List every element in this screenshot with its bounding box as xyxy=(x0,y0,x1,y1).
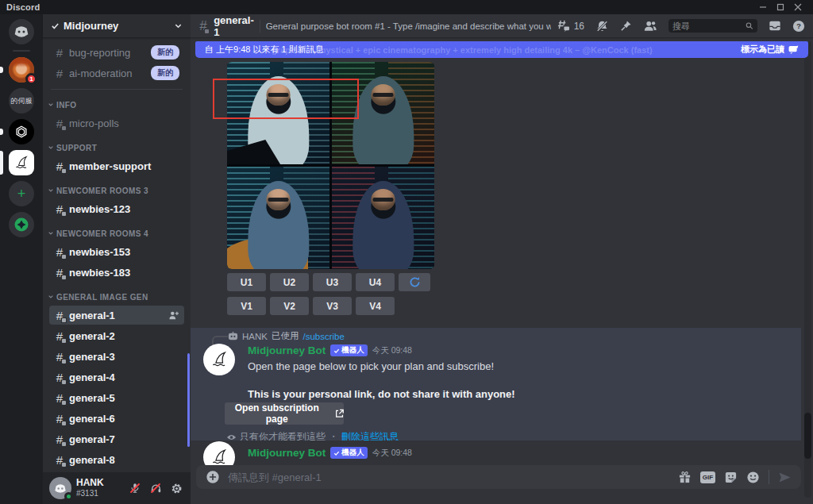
composer-toolbar: GIF xyxy=(678,470,792,484)
message-line-bold: This is your personal link, do not share… xyxy=(248,388,515,400)
channel-general-3[interactable]: # general-3 xyxy=(49,347,184,366)
channel-newbies-153[interactable]: # newbies-153 xyxy=(49,242,184,261)
channel-bug-reporting[interactable]: # bug-reporting 新的 xyxy=(49,43,184,62)
sticker-icon[interactable] xyxy=(724,471,738,484)
unread-pill xyxy=(0,67,3,73)
hash-icon: # xyxy=(54,246,65,258)
bot-command-icon xyxy=(228,331,238,341)
pinned-messages-icon[interactable] xyxy=(620,20,632,32)
user-avatar[interactable] xyxy=(49,477,71,499)
gif-picker-button[interactable]: GIF xyxy=(700,471,715,483)
section-general-image-gen[interactable]: GENERAL IMAGE GEN xyxy=(48,291,184,302)
notifications-muted-icon[interactable] xyxy=(595,20,609,33)
user-bar: HANK #3131 xyxy=(43,472,191,504)
channel-general-6[interactable]: # general-6 xyxy=(49,409,184,428)
author-name[interactable]: Midjourney Bot xyxy=(248,447,326,459)
u3-button[interactable]: U3 xyxy=(313,273,352,291)
mark-as-read-button[interactable]: 標示為已讀 xyxy=(741,44,799,56)
bot-badge: 機器人 xyxy=(330,344,368,356)
author-name[interactable]: Midjourney Bot xyxy=(248,344,326,356)
settings-gear-button[interactable] xyxy=(168,480,184,496)
channel-micro-polls[interactable]: # micro-polls xyxy=(49,113,184,133)
chat-scrollbar-thumb[interactable] xyxy=(804,413,811,459)
v3-button[interactable]: V3 xyxy=(313,297,352,315)
emoji-icon[interactable] xyxy=(746,471,760,484)
sidebar-scrollbar[interactable] xyxy=(187,353,190,447)
gift-icon[interactable] xyxy=(678,471,692,484)
close-button[interactable] xyxy=(789,2,807,13)
u2-button[interactable]: U2 xyxy=(270,273,309,291)
upscale-button-row: U1 U2 U3 U4 xyxy=(227,273,430,291)
new-messages-text: 自 上午9:48 以來有 1 則新訊息 xyxy=(205,44,324,56)
hash-icon: # xyxy=(54,117,65,129)
section-support[interactable]: SUPPORT xyxy=(48,142,184,153)
send-icon[interactable] xyxy=(778,471,792,483)
midjourney-bot-avatar[interactable] xyxy=(203,344,235,375)
home-button[interactable] xyxy=(9,19,34,44)
message-input[interactable] xyxy=(228,471,670,483)
channel-general-8[interactable]: # general-8 xyxy=(49,450,184,469)
command-link[interactable]: /subscribe xyxy=(302,332,344,341)
channel-general-2[interactable]: # general-2 xyxy=(49,326,184,345)
explore-servers-button[interactable] xyxy=(9,212,34,237)
channel-general-4[interactable]: # general-4 xyxy=(49,367,184,387)
chevron-down-icon xyxy=(48,187,54,194)
add-server-button[interactable]: + xyxy=(9,181,34,206)
open-subscription-page-button[interactable]: Open subscription page xyxy=(225,402,344,425)
channel-sidebar: Midjourney # bug-reporting 新的 # ai-moder… xyxy=(43,14,191,504)
user-info[interactable]: HANK #3131 xyxy=(76,478,122,498)
message-composer[interactable]: GIF xyxy=(196,465,801,489)
server-icon-text[interactable]: 的伺服 xyxy=(9,88,34,113)
channel-general-5[interactable]: # general-5 xyxy=(49,388,184,407)
help-icon[interactable]: ? xyxy=(792,20,805,33)
svg-text:?: ? xyxy=(796,22,801,30)
check-icon xyxy=(333,348,340,354)
dismiss-message-link[interactable]: 刪除這些訊息 xyxy=(341,430,399,441)
new-messages-bar[interactable]: graph-like, mystical + epic cinematograp… xyxy=(195,41,808,58)
deafen-button[interactable] xyxy=(148,480,164,496)
maximize-button[interactable] xyxy=(772,2,789,13)
search-input[interactable] xyxy=(672,21,742,31)
context-username[interactable]: HANK xyxy=(242,332,268,341)
message-header: Midjourney Bot 機器人 今天 09:48 xyxy=(248,344,412,356)
channel-newbies-183[interactable]: # newbies-183 xyxy=(49,263,184,282)
hash-icon: # xyxy=(54,47,65,59)
inbox-icon[interactable] xyxy=(769,20,781,32)
header-toolbar: 16 xyxy=(557,19,805,33)
new-badge: 新的 xyxy=(151,45,179,60)
reroll-button[interactable] xyxy=(399,273,430,291)
chevron-down-icon xyxy=(174,21,183,30)
v2-button[interactable]: V2 xyxy=(270,297,309,315)
u1-button[interactable]: U1 xyxy=(227,273,266,291)
v4-button[interactable]: V4 xyxy=(356,297,395,315)
dm-avatar[interactable]: 1 xyxy=(9,57,34,83)
search-box[interactable] xyxy=(669,19,757,33)
section-info[interactable]: INFO xyxy=(48,99,184,110)
v1-button[interactable]: V1 xyxy=(227,297,266,315)
server-header[interactable]: Midjourney xyxy=(43,14,191,38)
midjourney-sailboat-icon xyxy=(13,154,30,171)
server-icon-midjourney[interactable] xyxy=(9,150,34,175)
attach-plus-icon[interactable] xyxy=(206,470,220,484)
imagine-result-image[interactable] xyxy=(227,62,434,269)
microphone-muted-button[interactable] xyxy=(127,480,143,496)
hash-icon: # xyxy=(54,351,65,363)
chat-scrollbar[interactable] xyxy=(804,41,811,498)
section-newcomer-rooms-3[interactable]: NEWCOMER ROOMS 3 xyxy=(48,185,184,196)
midjourney-sailboat-icon xyxy=(209,349,229,370)
hash-icon: # xyxy=(54,392,65,404)
member-list-icon[interactable] xyxy=(643,20,657,32)
section-newcomer-rooms-4[interactable]: NEWCOMER ROOMS 4 xyxy=(48,228,184,239)
channel-newbies-123[interactable]: # newbies-123 xyxy=(49,199,184,218)
invite-members-icon[interactable] xyxy=(168,310,179,320)
channel-general-7[interactable]: # general-7 xyxy=(49,429,184,448)
channel-ai-moderation[interactable]: # ai-moderation 新的 xyxy=(49,63,184,83)
channel-topic[interactable]: General purpose bot room #1 - Type /imag… xyxy=(266,21,551,31)
threads-icon[interactable] xyxy=(557,20,570,32)
server-icon-chatgpt[interactable] xyxy=(9,119,34,144)
channel-general-1[interactable]: # general-1 xyxy=(49,306,184,325)
minimize-button[interactable] xyxy=(754,2,772,13)
hash-icon: # xyxy=(54,454,65,466)
u4-button[interactable]: U4 xyxy=(356,273,395,291)
channel-member-support[interactable]: # member-support xyxy=(49,156,184,175)
